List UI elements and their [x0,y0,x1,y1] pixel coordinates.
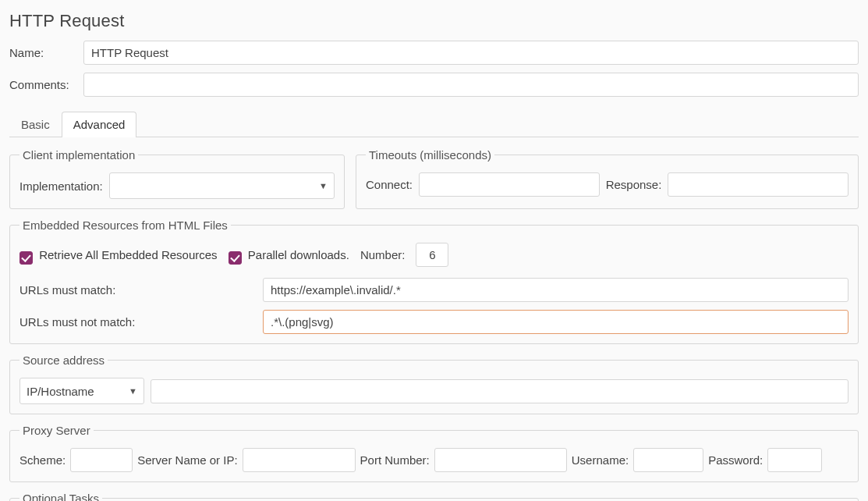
urls-not-match-label: URLs must not match: [19,315,255,329]
connect-label: Connect: [366,178,413,191]
urls-not-match-input[interactable] [263,310,849,334]
embedded-resources-legend: Embedded Resources from HTML Files [19,219,231,232]
implementation-label: Implementation: [19,179,103,193]
port-number-input[interactable] [434,448,567,472]
username-input[interactable] [633,448,703,472]
timeouts-group: Timeouts (milliseconds) Connect: Respons… [356,148,859,209]
chevron-down-icon: ▼ [124,386,137,396]
response-label: Response: [606,178,662,191]
response-input[interactable] [668,172,849,197]
parallel-downloads-label: Parallel downloads. [248,248,349,261]
comments-label: Comments: [9,78,83,91]
server-name-label: Server Name or IP: [137,453,237,467]
client-implementation-group: Client implementation Implementation: ▼ [9,148,345,209]
tabs: Basic Advanced [9,111,859,137]
source-address-input[interactable] [151,379,849,403]
scheme-label: Scheme: [19,453,66,467]
page-title: HTTP Request [9,11,859,31]
client-implementation-legend: Client implementation [19,148,138,162]
name-label: Name: [9,46,83,59]
embedded-resources-group: Embedded Resources from HTML Files Retri… [9,219,859,344]
source-address-group: Source address IP/Hostname ▼ [9,354,859,414]
tab-advanced[interactable]: Advanced [62,112,137,137]
timeouts-legend: Timeouts (milliseconds) [366,148,494,162]
optional-tasks-legend: Optional Tasks [19,492,102,501]
urls-match-label: URLs must match: [19,283,255,297]
retrieve-all-checkbox[interactable] [19,251,33,265]
source-address-legend: Source address [19,354,108,367]
username-label: Username: [572,453,629,467]
implementation-select[interactable]: ▼ [109,172,335,199]
port-number-label: Port Number: [360,453,430,467]
comments-input[interactable] [83,73,859,97]
proxy-server-legend: Proxy Server [19,424,94,437]
number-label: Number: [360,248,406,261]
tab-basic[interactable]: Basic [9,112,62,137]
scheme-input[interactable] [70,448,133,472]
name-input[interactable] [83,41,859,65]
proxy-server-group: Proxy Server Scheme: Server Name or IP: … [9,424,859,482]
connect-input[interactable] [419,172,600,197]
retrieve-all-label: Retrieve All Embedded Resources [39,248,217,261]
parallel-downloads-checkbox[interactable] [229,251,242,265]
source-address-type-select[interactable]: IP/Hostname ▼ [19,378,144,404]
password-label: Password: [708,453,763,467]
chevron-down-icon: ▼ [314,181,328,190]
password-input[interactable] [767,448,822,472]
server-name-input[interactable] [243,448,356,472]
optional-tasks-group: Optional Tasks Save response as MD5 hash… [9,492,859,501]
urls-match-input[interactable] [263,278,849,302]
number-input[interactable] [416,243,448,267]
